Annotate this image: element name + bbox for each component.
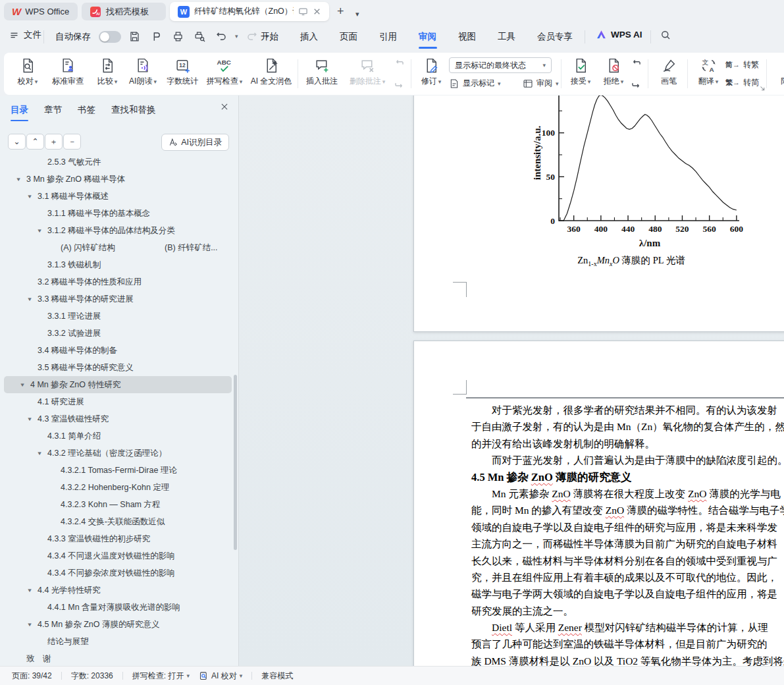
doc-text-line[interactable]: 族 DMS 薄膜材料是以 ZnO 以及 TiO2 等氧化物半导体为主。考虑到将来 xyxy=(471,653,784,667)
toc-item[interactable]: 结论与展望 xyxy=(0,633,234,650)
proofing-button[interactable]: 校对▾ xyxy=(11,56,45,87)
menu-item[interactable]: 视图 xyxy=(458,31,476,43)
doc-text-line[interactable]: 预言了几种可能达到室温的铁磁半导体材料，但是目前广为研究的 xyxy=(471,636,784,652)
toc-collapse-arrow-icon[interactable]: ▼ xyxy=(26,296,32,302)
collapse-all-button[interactable]: ⌄ xyxy=(8,134,26,150)
sidebar-tab[interactable]: 查找和替换 xyxy=(111,104,156,116)
menu-item[interactable]: 工具 xyxy=(498,31,515,43)
toc-item[interactable]: 4.1 研究进展 xyxy=(0,393,234,410)
doc-text-line[interactable]: 研究发展的主流之一。 xyxy=(471,603,784,619)
menu-item[interactable]: 审阅 xyxy=(419,31,436,43)
sidebar-tab[interactable]: 目录 xyxy=(11,104,28,116)
redo-icon[interactable] xyxy=(244,28,260,44)
review-pane-button[interactable]: 审阅▾ xyxy=(523,78,559,89)
wps-ai-menu[interactable]: WPS AI xyxy=(596,29,642,40)
toc-item[interactable]: 3.1.1 稀磁半导体的基本概念 xyxy=(0,205,234,222)
toc-item[interactable]: 3.4 稀磁半导体的制备 xyxy=(0,342,234,359)
group-expand-icon[interactable] xyxy=(760,86,766,92)
toc-item[interactable]: 3.2 稀磁半导体的性质和应用 xyxy=(0,273,234,290)
doc-text-line[interactable]: 对于紫光发射，很多学者的研究结果并不相同。有的认为该发射 xyxy=(471,402,784,418)
screen-share-icon[interactable] xyxy=(298,7,308,16)
tab-docer-templates[interactable]: AI 找稻壳模板 xyxy=(82,3,166,20)
menu-item[interactable]: 插入 xyxy=(300,31,318,43)
doc-text-line[interactable]: 磁学与电子学两大领域的自旋电子学以及自旋电子组件的应用，将是 xyxy=(471,586,784,602)
doc-text-line[interactable]: 领域的自旋电子学以及自旋电子组件的研究与应用，将是未来科学发 xyxy=(471,519,784,535)
toc-item[interactable]: 4.4.1 Mn 含量对薄膜吸收光谱的影响 xyxy=(0,599,234,616)
doc-heading-line[interactable]: 4.5 Mn 掺杂 ZnO 薄膜的研究意义 xyxy=(471,469,784,485)
doc-text-line[interactable]: Mn 元素掺杂 ZnO 薄膜将在很大程度上改变 ZnO 薄膜的光学与电 xyxy=(471,485,784,502)
toc-item[interactable]: 2.5.3 气敏元件 xyxy=(0,153,234,171)
toc-item[interactable]: ▼4.3.2 理论基础（密度泛函理论） xyxy=(0,445,234,462)
previous-change-icon[interactable] xyxy=(628,57,644,72)
toc-item[interactable]: 4.3.2.1 Tomas-Fermi-Dirae 理论 xyxy=(0,462,234,479)
tab-document[interactable]: W 纤锌矿结构氧化锌（ZnO）设 xyxy=(170,2,329,21)
close-sidebar-icon[interactable] xyxy=(220,102,229,111)
toc-item[interactable]: 3.3.1 理论进展 xyxy=(0,308,234,325)
save-icon[interactable] xyxy=(126,28,142,44)
sidebar-tab[interactable]: 书签 xyxy=(78,104,95,116)
toc-item[interactable]: 3.1.3 铁磁机制 xyxy=(0,256,234,273)
tab-wps-home[interactable]: W WPS Office xyxy=(4,3,78,20)
toc-collapse-arrow-icon[interactable]: ▼ xyxy=(26,194,32,200)
toc-collapse-arrow-icon[interactable]: ▼ xyxy=(19,382,25,388)
toc-item[interactable]: 4.3.4 不同掺杂浓度对铁磁性的影响 xyxy=(0,564,234,582)
toc-item[interactable]: ▼4 Mn 掺杂 ZnO 特性研究 xyxy=(4,376,232,393)
toc-item[interactable]: ▼3 Mn 掺杂 ZnO 稀磁半导体 xyxy=(0,171,234,188)
to-traditional-button[interactable]: 简→ 转繁 xyxy=(725,59,759,70)
toc-collapse-arrow-icon[interactable]: ▼ xyxy=(26,622,32,628)
toc-item[interactable]: (A) 闪锌矿结构(B) 纤锌矿结... xyxy=(0,239,234,256)
doc-text-line[interactable]: 能，同时 Mn 的掺入有望改变 ZnO 薄膜的磁学特性。结合磁学与电子学 xyxy=(471,502,784,518)
toc-collapse-arrow-icon[interactable]: ▼ xyxy=(36,451,42,456)
toc-item[interactable]: 3.3.2 试验进展 xyxy=(0,325,234,342)
toc-item[interactable]: 4.3.3 室温铁磁性的初步研究 xyxy=(0,530,234,547)
undo-icon[interactable] xyxy=(213,28,229,44)
standard-review-button[interactable]: 标准审查 xyxy=(46,56,90,87)
new-tab-button[interactable]: + xyxy=(337,4,344,18)
ai-polish-button[interactable]: AI 全文润色 xyxy=(246,56,296,87)
export-pdf-icon[interactable] xyxy=(148,28,164,44)
translate-button[interactable]: 文 A 翻译▾ xyxy=(693,56,724,87)
spellcheck-status[interactable]: 拼写检查: 打开▾ xyxy=(132,671,190,682)
menu-item[interactable]: 会员专享 xyxy=(537,31,573,43)
toc-collapse-arrow-icon[interactable]: ▼ xyxy=(26,588,32,593)
doc-text-line[interactable]: 主流方向之一，而稀磁性半导体薄膜为目前广为研究的自旋电子材料 xyxy=(471,535,784,552)
ai-proof-status[interactable]: AI 校对▾ xyxy=(199,671,242,682)
zoom-in-toc-button[interactable]: ＋ xyxy=(45,134,63,150)
toc-collapse-arrow-icon[interactable]: ▼ xyxy=(36,228,42,234)
print-icon[interactable] xyxy=(170,28,186,44)
doc-text-line[interactable]: 的并没有给出该峰发射机制的明确解释。 xyxy=(471,435,784,452)
page-indicator[interactable]: 页面: 39/42 xyxy=(12,671,52,682)
zoom-out-toc-button[interactable]: － xyxy=(63,134,81,150)
menu-item[interactable]: 引用 xyxy=(379,31,397,43)
toc-item[interactable]: 4.3.2.3 Kohn — Sham 方程 xyxy=(0,496,234,513)
toc-item[interactable]: 致 谢 xyxy=(0,650,234,667)
figure-caption[interactable]: Zn1-xMnxO 薄膜的 PL 光谱 xyxy=(493,254,770,267)
to-simplified-button[interactable]: 繁→ 转简 xyxy=(725,77,759,88)
toc-item[interactable]: 4.3.2.4 交换-关联能函数近似 xyxy=(0,513,234,530)
ai-read-aloud-button[interactable]: AI朗读▾ xyxy=(124,56,162,87)
word-count-indicator[interactable]: 字数: 20336 xyxy=(71,671,113,682)
autosave-toggle[interactable] xyxy=(99,31,121,43)
close-tab-icon[interactable] xyxy=(313,7,321,16)
compare-button[interactable]: 比较▾ xyxy=(91,56,124,87)
tab-list-chevron-icon[interactable]: ▾ xyxy=(355,7,359,21)
doc-text-line[interactable]: 长久以来，磁性材料与半导体材料分别在各自的领域中受到重视与广 xyxy=(471,553,784,569)
markup-state-dropdown[interactable]: 显示标记的最终状态 ▾ xyxy=(449,57,552,73)
show-markup-button[interactable]: 显示标记▾ xyxy=(449,78,501,89)
sidebar-scrollbar[interactable] xyxy=(234,375,237,550)
toc-item[interactable]: ▼3.1.2 稀磁半导体的晶体结构及分类 xyxy=(0,222,234,239)
toc-item[interactable]: ▼3.1 稀磁半导体概述 xyxy=(0,188,234,205)
ink-brush-button[interactable]: 画笔 xyxy=(653,56,685,87)
toc-item[interactable]: 4.3.1 简单介绍 xyxy=(0,427,234,445)
sidebar-tab[interactable]: 章节 xyxy=(44,104,62,116)
doc-text-line[interactable]: 于自由激子发射，有的认为是由 Mn（Zn）氧化物的复合体产生的，然 xyxy=(471,418,784,435)
expand-all-button[interactable]: ⌃ xyxy=(26,134,44,150)
toc-item[interactable]: ▼4.5 Mn 掺杂 ZnO 薄膜的研究意义 xyxy=(0,616,234,633)
track-changes-button[interactable]: 修订▾ xyxy=(416,56,446,87)
next-change-icon[interactable] xyxy=(628,74,644,90)
toc-item[interactable]: ▼4.3 室温铁磁性研究 xyxy=(0,410,234,427)
ai-recognize-toc-button[interactable]: AI识别目录 xyxy=(161,134,229,151)
document-page-2[interactable]: 对于紫光发射，很多学者的研究结果并不相同。有的认为该发射于自由激子发射，有的认为… xyxy=(413,341,784,667)
file-menu[interactable]: 文件 xyxy=(9,29,41,41)
print-preview-icon[interactable] xyxy=(192,28,207,44)
